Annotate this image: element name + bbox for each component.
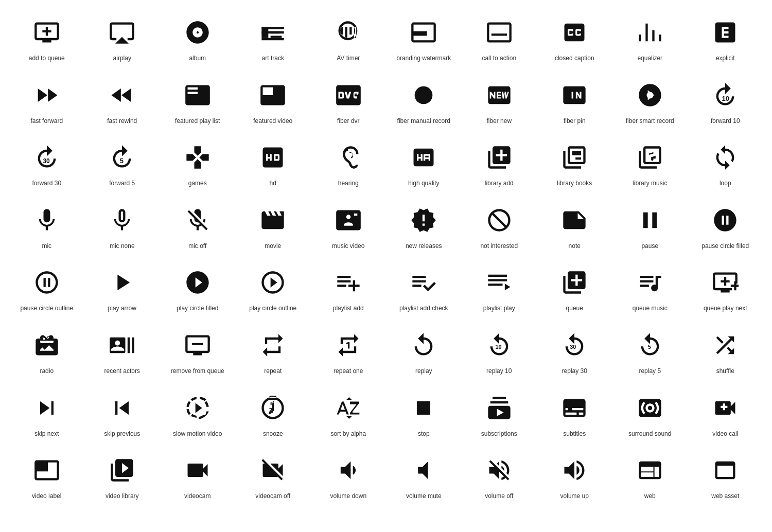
svg-text:30: 30 [570,343,576,349]
fast-rewind-icon [104,77,140,113]
icon-cell-repeat: repeat [237,323,310,381]
svg-point-1 [415,86,433,104]
icon-cell-forward-5: 5 forward 5 [86,135,159,193]
svg-text:30: 30 [43,157,50,165]
volume-off-icon [481,452,517,488]
icon-cell-play-arrow: play arrow [86,260,159,318]
icon-cell-play-circle-filled: play circle filled [161,260,234,318]
icon-cell-featured-play-list: featured play list [161,73,234,131]
video-library-icon [104,452,140,488]
branding-watermark-label: branding watermark [396,55,451,63]
icon-cell-recent-actors: recent actors [86,323,159,381]
shuffle-icon [707,327,743,363]
volume-down-label: volume down [330,492,366,501]
slow-motion-video-label: slow motion video [173,430,222,438]
pause-label: pause [641,242,658,251]
call-to-action-icon [481,14,517,50]
videocam-off-icon [255,452,291,488]
icon-cell-replay-10: 10 replay 10 [463,323,536,381]
svg-text:10: 10 [495,343,501,349]
games-icon [180,139,216,175]
icon-cell-skip-next: skip next [10,386,83,444]
loop-label: loop [720,180,731,188]
library-music-icon [632,139,668,175]
icon-cell-fiber-new: fiber new [463,73,536,131]
icon-cell-forward-30: 30 forward 30 [10,135,83,193]
closed-caption-label: closed caption [555,55,594,63]
loop-icon [707,139,743,175]
hearing-label: hearing [338,180,359,188]
queue-music-icon [632,264,668,300]
high-quality-label: high quality [408,180,440,188]
add-to-queue-icon [29,14,65,50]
videocam-off-label: videocam off [255,492,290,501]
icon-cell-featured-video: featured video [237,73,310,131]
video-label-icon [29,452,65,488]
fiber-smart-record-icon [632,77,668,113]
forward-10-label: forward 10 [711,117,740,126]
icon-cell-explicit: explicit [689,10,762,68]
icon-cell-skip-previous: skip previous [86,386,159,444]
icon-cell-not-interested: not interested [463,198,536,256]
play-circle-outline-icon [255,264,291,300]
queue-icon [556,264,592,300]
icon-cell-library-music: library music [613,135,687,193]
icon-cell-note: note [538,198,611,256]
svg-text:5: 5 [647,343,651,349]
volume-mute-icon [406,452,442,488]
art-track-icon [255,14,291,50]
movie-icon [255,202,291,238]
playlist-play-icon [481,264,517,300]
skip-previous-label: skip previous [104,430,140,438]
stop-icon [406,390,442,426]
surround-sound-label: surround sound [628,430,671,438]
forward-30-icon: 30 [29,139,65,175]
av-timer-icon [330,14,366,50]
replay-label: replay [415,367,432,376]
icon-cell-remove-from-queue: remove from queue [161,323,234,381]
library-music-label: library music [633,180,667,188]
icon-cell-games: games [161,135,234,193]
play-circle-filled-icon [180,264,216,300]
icon-cell-playlist-add: playlist add [312,260,385,318]
play-circle-filled-label: play circle filled [177,305,218,313]
subscriptions-label: subscriptions [481,430,517,438]
icon-cell-fiber-smart-record: fiber smart record [613,73,687,131]
note-label: note [569,242,581,251]
videocam-icon [180,452,216,488]
icon-cell-replay-5: 5 replay 5 [613,323,687,381]
pause-circle-outline-icon [29,264,65,300]
svg-text:10: 10 [722,94,729,102]
icon-cell-music-video: music video [312,198,385,256]
forward-5-label: forward 5 [109,180,135,188]
pause-circle-filled-label: pause circle filled [701,242,749,251]
icon-cell-mic-none: mic none [86,198,159,256]
icon-cell-shuffle: shuffle [689,323,762,381]
icon-cell-library-add: library add [463,135,536,193]
mic-off-icon [180,202,216,238]
remove-from-queue-icon [180,327,216,363]
queue-music-label: queue music [633,305,668,313]
icon-cell-mic-off: mic off [161,198,234,256]
icon-cell-web: web [613,448,687,506]
replay-10-icon: 10 [481,327,517,363]
high-quality-icon [406,139,442,175]
fiber-dvr-icon [330,77,366,113]
svg-rect-0 [262,27,269,38]
mic-off-label: mic off [188,242,206,251]
icon-cell-call-to-action: call to action [463,10,536,68]
replay-10-label: replay 10 [486,367,512,376]
web-icon [632,452,668,488]
icon-cell-stop: stop [388,386,461,444]
icon-cell-fiber-pin: fiber pin [538,73,611,131]
web-asset-icon [707,452,743,488]
replay-30-label: replay 30 [562,367,587,376]
icon-cell-hearing: hearing [312,135,385,193]
volume-up-label: volume up [560,492,589,501]
icon-cell-high-quality: high quality [388,135,461,193]
not-interested-label: not interested [480,242,518,251]
icon-cell-queue-music: queue music [613,260,687,318]
mic-label: mic [42,242,51,251]
icon-cell-play-circle-outline: play circle outline [237,260,310,318]
shuffle-label: shuffle [716,367,734,376]
